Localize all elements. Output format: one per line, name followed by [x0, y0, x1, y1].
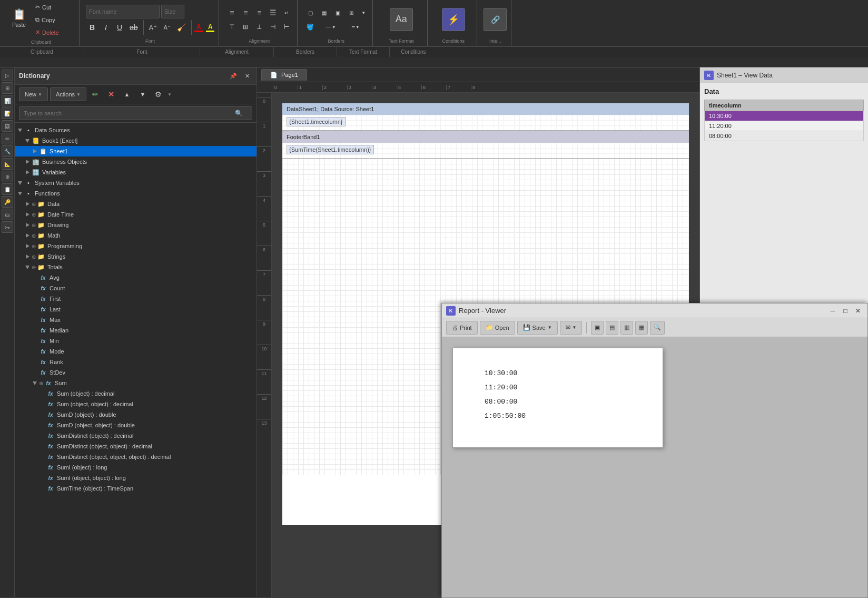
viewer-zoom-btn[interactable]: 🔍 — [650, 321, 665, 335]
tree-item-count[interactable]: fxCount — [15, 283, 257, 293]
edit-button[interactable]: ✏ — [88, 87, 102, 102]
paste-button[interactable]: 📋 Paste — [7, 6, 31, 34]
sidebar-icon-8[interactable]: 📐 — [2, 158, 13, 170]
sidebar-icon-7[interactable]: 🔧 — [2, 145, 13, 157]
tree-item-drawing[interactable]: ⊕📁Drawing — [15, 220, 257, 230]
align-middle-button[interactable]: ⊞ — [239, 21, 252, 33]
move-up-button[interactable]: ▲ — [120, 87, 134, 102]
new-button[interactable]: New ▼ — [19, 87, 48, 101]
footer-band-content[interactable]: {SumTime(Sheet1.timecolumn)} — [282, 143, 689, 159]
sidebar-icon-11[interactable]: 🔑 — [2, 196, 13, 208]
font-shrink-button[interactable]: A⁻ — [161, 21, 173, 34]
font-grow-button[interactable]: A⁺ — [146, 21, 160, 34]
line-color-btn[interactable]: — ▼ — [318, 21, 344, 33]
viewer-layout-btn4[interactable]: ▦ — [635, 321, 648, 335]
sidebar-icon-5[interactable]: 🖼 — [2, 120, 13, 132]
cut-button[interactable]: ✂ Cut — [33, 2, 75, 13]
italic-button[interactable]: I — [100, 21, 112, 34]
line-style-btn[interactable]: ━ ▼ — [345, 21, 366, 33]
tree-item-data[interactable]: ⊕📁Data — [15, 199, 257, 209]
align-top-button[interactable]: ⊤ — [225, 21, 238, 33]
sidebar-icon-2[interactable]: ⊞ — [2, 82, 13, 94]
font-name-input[interactable] — [86, 5, 160, 18]
tree-item-sumd1[interactable]: fxSumD (object) : double — [15, 409, 257, 420]
tree-item-sum1[interactable]: fxSum (object) : decimal — [15, 388, 257, 399]
tree-item-avg[interactable]: fxAvg — [15, 272, 257, 283]
table-row[interactable]: 11:20:00 — [705, 121, 864, 131]
tree-item-sumdist2[interactable]: fxSumDistinct (object, object) : decimal — [15, 441, 257, 452]
sidebar-icon-3[interactable]: 📊 — [2, 95, 13, 106]
tree-item-first[interactable]: fxFirst — [15, 293, 257, 304]
move-down-button[interactable]: ▼ — [136, 87, 150, 102]
tree-item-max[interactable]: fxMax — [15, 315, 257, 325]
sidebar-icon-12[interactable]: 🗂 — [2, 209, 13, 220]
datasource-band-header[interactable]: DataSheet1; Data Source: Sheet1 — [282, 103, 689, 115]
footer-formula-cell[interactable]: {SumTime(Sheet1.timecolumn)} — [287, 145, 374, 154]
text-color-btn[interactable]: A — [194, 23, 203, 32]
tree-item-suml1[interactable]: fxSumI (object) : long — [15, 462, 257, 473]
align-left-button[interactable]: ≡ — [225, 6, 238, 19]
tree-item-variables[interactable]: 🔡Variables — [15, 167, 257, 178]
dict-close-button[interactable]: ✕ — [242, 71, 252, 81]
sidebar-icon-13[interactable]: 🗝 — [2, 221, 13, 233]
border-none-btn[interactable]: ▢ — [304, 6, 317, 19]
border-expand-btn[interactable]: ▼ — [359, 6, 368, 19]
clear-format-button[interactable]: 🧹 — [174, 21, 189, 34]
tree-item-bizobj[interactable]: 🏢Business Objects — [15, 156, 257, 167]
tree-item-sumtime[interactable]: fxSumTime (object) : TimeSpan — [15, 483, 257, 494]
tree-item-sum2[interactable]: fxSum (object, object) : decimal — [15, 399, 257, 409]
tree-item-programming[interactable]: ⊕📁Programming — [15, 241, 257, 251]
table-row[interactable]: 10:30:00 — [705, 111, 864, 121]
tree-item-stdev[interactable]: fxStDev — [15, 367, 257, 378]
font-size-input[interactable] — [161, 5, 184, 18]
tree-item-totals[interactable]: ⊕📁Totals — [15, 262, 257, 272]
align-left2-button[interactable]: ⊣ — [267, 21, 279, 33]
viewer-layout-btn1[interactable]: ▣ — [591, 321, 604, 335]
align-center-button[interactable]: ≡ — [239, 6, 252, 19]
bold-button[interactable]: B — [86, 21, 98, 34]
tree-item-datasources[interactable]: •Data Sources — [15, 125, 257, 135]
align-right-button[interactable]: ≡ — [253, 6, 265, 19]
sidebar-icon-1[interactable]: ▷ — [2, 70, 13, 81]
conditions-icon[interactable]: ⚡ — [442, 8, 465, 31]
save-button[interactable]: 💾 Save ▼ — [517, 321, 558, 335]
align-right2-button[interactable]: ⊢ — [280, 21, 293, 33]
delete-dict-button[interactable]: ✕ — [104, 87, 118, 102]
viewer-layout-btn2[interactable]: ▤ — [606, 321, 618, 335]
tab-page1[interactable]: 📄 Page1 — [261, 69, 307, 81]
footer-band-header[interactable]: FooterBand1 — [282, 131, 689, 143]
table-row[interactable]: 08:00:00 — [705, 131, 864, 141]
dict-pin-button[interactable]: 📌 — [227, 71, 240, 81]
sidebar-icon-9[interactable]: ⊕ — [2, 171, 13, 182]
sidebar-icon-4[interactable]: 📝 — [2, 107, 13, 119]
viewer-layout-btn3[interactable]: ▥ — [620, 321, 633, 335]
datasource-band-content[interactable]: {Sheet1.timecolumn} — [282, 115, 689, 131]
wrap-text-button[interactable]: ↵ — [280, 6, 293, 19]
align-bottom-button[interactable]: ⊥ — [253, 21, 265, 33]
copy-button[interactable]: ⧉ Copy — [33, 14, 75, 26]
tree-item-mode[interactable]: fxMode — [15, 346, 257, 357]
tree-item-sum[interactable]: ⊕fxSum — [15, 378, 257, 388]
tree-item-sumd2[interactable]: fxSumD (object, object) : double — [15, 420, 257, 430]
sidebar-icon-6[interactable]: ✏ — [2, 133, 13, 144]
viewer-maximize-btn[interactable]: □ — [840, 306, 851, 316]
justify-button[interactable]: ☰ — [267, 6, 279, 19]
underline-button[interactable]: U — [113, 21, 126, 34]
tree-item-math[interactable]: ⊕📁Math — [15, 230, 257, 241]
tree-item-datetime[interactable]: ⊕📁Date Time — [15, 209, 257, 220]
tree-item-median[interactable]: fxMedian — [15, 325, 257, 336]
border-outer-btn[interactable]: ▣ — [331, 6, 344, 19]
email-button[interactable]: ✉ ▼ — [560, 321, 583, 335]
tree-item-last[interactable]: fxLast — [15, 304, 257, 315]
viewer-close-btn[interactable]: ✕ — [853, 306, 863, 316]
tree-item-sheet1[interactable]: 📋Sheet1 — [15, 146, 257, 156]
strikethrough-button[interactable]: ab — [127, 21, 141, 34]
tree-item-sysvars[interactable]: •System Variables — [15, 178, 257, 188]
tree-item-strings[interactable]: ⊕📁Strings — [15, 251, 257, 262]
data-formula-cell[interactable]: {Sheet1.timecolumn} — [287, 117, 346, 126]
fill-color-btn[interactable]: 🪣 — [304, 21, 317, 33]
sidebar-icon-10[interactable]: 📋 — [2, 183, 13, 195]
viewer-minimize-btn[interactable]: ─ — [827, 306, 838, 316]
border-all-btn[interactable]: ▦ — [318, 6, 330, 19]
tree-item-sumdist1[interactable]: fxSumDistinct (object) : decimal — [15, 430, 257, 441]
